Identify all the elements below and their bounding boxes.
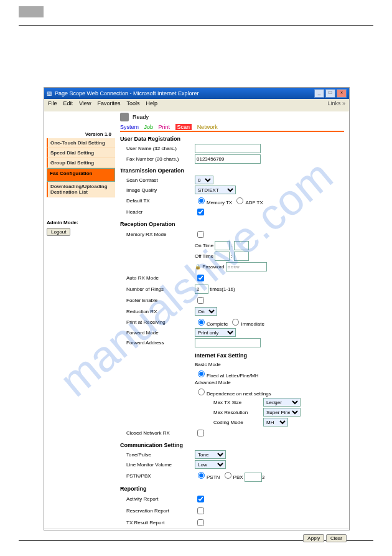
footer-checkbox[interactable] [197, 297, 204, 304]
pstn-label: PSTN [207, 474, 220, 480]
window-title: Page Scope Web Connection - Microsoft In… [55, 90, 198, 97]
titlebar: ▧ Page Scope Web Connection - Microsoft … [44, 88, 349, 99]
memtx-label: Memory TX [207, 200, 232, 205]
nav-speed[interactable]: Speed Dial Setting [47, 148, 115, 158]
faxnum-label: Fax Number (20 chars.) [120, 156, 195, 162]
password-input[interactable] [226, 262, 267, 271]
clear-button[interactable]: Clear [326, 534, 347, 542]
offtime-m[interactable] [234, 252, 249, 261]
tonepulse-select[interactable]: Tone [195, 450, 226, 459]
tab-system[interactable]: System [120, 124, 139, 130]
nav-faxconfig[interactable]: Fax Configuration [47, 168, 115, 182]
maximize-button[interactable]: □ [325, 89, 335, 98]
menu-tools[interactable]: Tools [126, 100, 139, 110]
sidebar: Version 1.0 One-Touch Dial Setting Speed… [44, 111, 118, 529]
rings-input[interactable] [195, 285, 208, 294]
faxnum-input[interactable] [195, 154, 261, 164]
menubar: File Edit View Favorites Tools Help Link… [44, 99, 349, 111]
imageq-label: Image Quality [120, 187, 195, 193]
tab-scan[interactable]: Scan [175, 124, 192, 130]
reduction-select[interactable]: On [195, 307, 217, 316]
depend-label: Dependence on next settings [207, 391, 271, 397]
linevol-select[interactable]: Low [195, 460, 226, 469]
header-checkbox[interactable] [197, 209, 204, 215]
autorx-checkbox[interactable] [197, 275, 204, 281]
menu-favorites[interactable]: Favorites [97, 100, 120, 110]
maxres-label: Max Resolution [213, 410, 263, 415]
linevol-label: Line Monitor Volume [120, 462, 195, 468]
activity-label: Activity Report [120, 496, 195, 502]
footer-label: Footer Enable [120, 298, 195, 303]
links-label[interactable]: Links » [327, 100, 345, 110]
lock-icon: 🔒 [195, 264, 201, 270]
txresult-checkbox[interactable] [197, 519, 204, 526]
logout-button[interactable]: Logout [47, 228, 70, 236]
nav-download[interactable]: Downloading/Uploading Destination List [47, 182, 115, 197]
immediate-radio[interactable] [232, 319, 239, 326]
pbx-val: 3 [262, 474, 264, 480]
tab-job[interactable]: Job [144, 124, 154, 130]
rings-label: Number of Rings [120, 286, 195, 292]
minimize-button[interactable]: _ [314, 89, 324, 98]
basic-fixed: Fixed at Letter/Fine/MH [207, 373, 259, 379]
section-ifax: Internet Fax Setting [195, 352, 344, 359]
menu-file[interactable]: File [48, 100, 57, 110]
txresult-label: TX Result Report [120, 520, 195, 525]
closedrx-label: Closed Network RX [120, 430, 195, 436]
adftx-radio[interactable] [236, 197, 243, 204]
tab-network[interactable]: Network [197, 124, 218, 130]
basic-label: Basic Mode [195, 362, 221, 367]
menu-edit[interactable]: Edit [63, 100, 73, 110]
scancontrast-select[interactable]: 0 [195, 176, 213, 184]
browser-window: ▧ Page Scope Web Connection - Microsoft … [44, 87, 350, 530]
coding-label: Coding Mode [213, 420, 263, 425]
adv-label: Advanced Mode [195, 380, 231, 385]
scancontrast-label: Scan Contrast [120, 177, 195, 183]
nav-onetouch[interactable]: One-Touch Dial Setting [47, 138, 115, 148]
admin-mode-label: Admin Mode: [47, 220, 115, 225]
top-rule [19, 25, 373, 26]
apply-button[interactable]: Apply [303, 534, 324, 542]
pbx-radio[interactable] [225, 472, 231, 479]
closedrx-checkbox[interactable] [197, 430, 204, 436]
reservation-checkbox[interactable] [197, 507, 204, 514]
ontime-m[interactable] [234, 241, 249, 250]
pbx-label: PBX [233, 474, 243, 480]
adftx-label: ADF TX [245, 200, 263, 205]
offtime-h[interactable] [215, 252, 230, 261]
fwdmode-select[interactable]: Print only [195, 328, 236, 337]
section-txop: Transmission Operation [120, 167, 344, 174]
memtx-radio[interactable] [198, 197, 205, 204]
fwdaddr-label: Forward Address [120, 340, 195, 346]
footer: Apply Clear [44, 529, 349, 547]
password-label: Password [202, 264, 224, 270]
section-userdata: User Data Registration [120, 136, 344, 142]
complete-radio[interactable] [198, 319, 205, 326]
basic-radio[interactable] [198, 370, 205, 377]
imageq-select[interactable]: STD/EXT [195, 186, 236, 194]
coding-select[interactable]: MH [263, 418, 288, 426]
pbx-input[interactable] [245, 473, 262, 482]
username-input[interactable] [195, 144, 261, 153]
fwdaddr-input[interactable] [195, 338, 261, 347]
maxres-select[interactable]: Super Fine [263, 408, 301, 417]
fwdmode-label: Forward Mode [120, 330, 195, 336]
autorx-label: Auto RX Mode [120, 275, 195, 281]
content-area: Version 1.0 One-Touch Dial Setting Speed… [44, 111, 349, 529]
rings-hint: times(1-16) [210, 286, 235, 292]
menu-help[interactable]: Help [146, 100, 157, 110]
close-button[interactable]: × [337, 89, 347, 98]
defaulttx-label: Default TX [120, 198, 195, 204]
tonepulse-label: Tone/Pulse [120, 452, 195, 458]
depend-radio[interactable] [198, 389, 205, 395]
nav-group[interactable]: Group Dial Setting [47, 158, 115, 168]
pstn-radio[interactable] [198, 472, 205, 479]
tab-print[interactable]: Print [159, 124, 170, 130]
ontime-h[interactable] [215, 241, 230, 250]
menu-view[interactable]: View [79, 100, 91, 110]
maxsize-select[interactable]: Ledger [263, 398, 301, 407]
reduction-label: Reduction RX [120, 309, 195, 314]
memrx-checkbox[interactable] [197, 231, 204, 238]
activity-checkbox[interactable] [197, 496, 204, 502]
reservation-label: Reservation Report [120, 508, 195, 514]
